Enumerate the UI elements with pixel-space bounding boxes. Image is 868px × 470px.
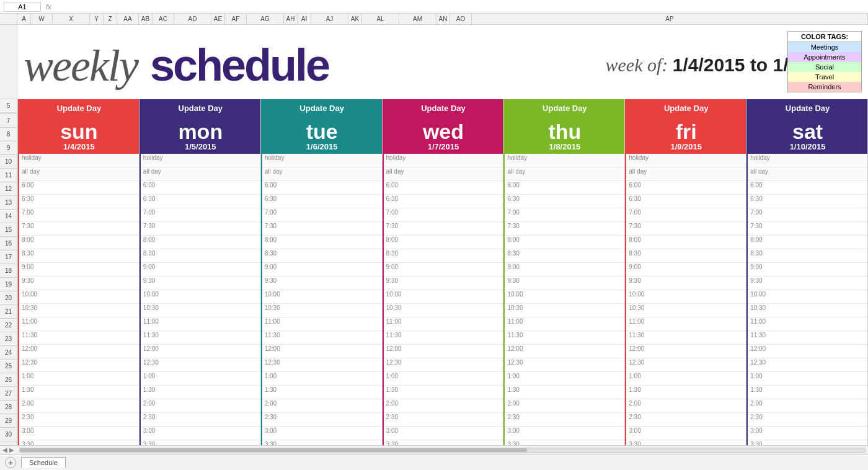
update-day-btn-mon[interactable]: Update Day [141,99,260,117]
name-box[interactable] [4,2,41,12]
time-slot-sat-10-00[interactable]: 10:00 [748,290,867,304]
time-slot-thu-12-30[interactable]: 12:30 [505,358,624,372]
time-slot-tue-10-00[interactable]: 10:00 [262,290,382,304]
update-day-btn-wed[interactable]: Update Day [384,99,503,117]
scrollbar-thumb[interactable] [20,448,527,452]
time-slot-thu-1-30[interactable]: 1:30 [505,386,624,399]
time-slot-tue-1-00[interactable]: 1:00 [262,372,382,386]
time-slot-sun-9-00[interactable]: 9:00 [19,263,139,277]
col-header-AA[interactable]: AA [117,14,139,24]
time-slot-sun-1-30[interactable]: 1:30 [19,386,139,399]
time-slot-sat-10-30[interactable]: 10:30 [748,304,867,317]
time-slot-wed-6-30[interactable]: 6:30 [384,195,503,208]
time-slot-fri-12-30[interactable]: 12:30 [626,358,746,372]
time-slot-fri-all-day[interactable]: all day [626,167,746,181]
time-slot-fri-7-00[interactable]: 7:00 [626,208,746,222]
time-slot-fri-8-00[interactable]: 8:00 [626,236,746,249]
time-slot-thu-12-00[interactable]: 12:00 [505,345,624,358]
time-slot-thu-11-30[interactable]: 11:30 [505,331,624,345]
time-slot-sat-1-00[interactable]: 1:00 [748,372,867,386]
time-slot-sun-8-00[interactable]: 8:00 [19,236,139,249]
time-slot-mon-9-00[interactable]: 9:00 [141,263,260,277]
time-slot-thu-8-30[interactable]: 8:30 [505,249,624,263]
update-day-btn-sun[interactable]: Update Day [19,99,139,117]
time-slot-fri-11-30[interactable]: 11:30 [626,331,746,345]
col-header-AO[interactable]: AO [450,14,472,24]
time-slot-fri-12-00[interactable]: 12:00 [626,345,746,358]
time-slot-thu-6-30[interactable]: 6:30 [505,195,624,208]
time-slot-wed-7-00[interactable]: 7:00 [384,208,503,222]
time-slot-mon-12-00[interactable]: 12:00 [141,345,260,358]
col-header-Z[interactable]: Z [104,14,117,24]
time-slot-sun-all-day[interactable]: all day [19,167,139,181]
time-slot-sat-7-00[interactable]: 7:00 [748,208,867,222]
col-header-AI[interactable]: AI [298,14,311,24]
time-slot-wed-1-00[interactable]: 1:00 [384,372,503,386]
col-header-AL[interactable]: AL [362,14,399,24]
time-slot-sat-holiday[interactable]: holiday [748,154,867,167]
time-slot-sat-2-30[interactable]: 2:30 [748,413,867,427]
time-slot-thu-9-00[interactable]: 9:00 [505,263,624,277]
time-slot-sun-9-30[interactable]: 9:30 [19,277,139,290]
time-slot-sun-12-00[interactable]: 12:00 [19,345,139,358]
time-slot-wed-12-30[interactable]: 12:30 [384,358,503,372]
time-slot-thu-10-30[interactable]: 10:30 [505,304,624,317]
time-slot-mon-6-00[interactable]: 6:00 [141,181,260,195]
time-slot-sat-11-00[interactable]: 11:00 [748,317,867,331]
time-slot-wed-9-00[interactable]: 9:00 [384,263,503,277]
time-slot-tue-2-00[interactable]: 2:00 [262,399,382,413]
add-sheet-button[interactable]: + [5,457,16,468]
time-slot-tue-6-30[interactable]: 6:30 [262,195,382,208]
col-header-AF[interactable]: AF [225,14,247,24]
time-slot-mon-7-00[interactable]: 7:00 [141,208,260,222]
time-slot-thu-3-00[interactable]: 3:00 [505,427,624,440]
time-slot-tue-11-00[interactable]: 11:00 [262,317,382,331]
time-slot-sat-3-30[interactable]: 3:30 [748,440,867,445]
time-slot-mon-3-30[interactable]: 3:30 [141,440,260,445]
time-slot-wed-10-00[interactable]: 10:00 [384,290,503,304]
time-slot-fri-8-30[interactable]: 8:30 [626,249,746,263]
time-slot-sun-2-00[interactable]: 2:00 [19,399,139,413]
time-slot-tue-3-30[interactable]: 3:30 [262,440,382,445]
time-slot-wed-11-00[interactable]: 11:00 [384,317,503,331]
col-header-AG[interactable]: AG [247,14,284,24]
time-slot-mon-10-30[interactable]: 10:30 [141,304,260,317]
time-slot-mon-holiday[interactable]: holiday [141,154,260,167]
time-slot-thu-9-30[interactable]: 9:30 [505,277,624,290]
time-slot-tue-3-00[interactable]: 3:00 [262,427,382,440]
time-slot-tue-all-day[interactable]: all day [262,167,382,181]
time-slot-tue-12-30[interactable]: 12:30 [262,358,382,372]
time-slot-sun-12-30[interactable]: 12:30 [19,358,139,372]
time-slot-fri-holiday[interactable]: holiday [626,154,746,167]
time-slot-tue-7-00[interactable]: 7:00 [262,208,382,222]
time-slot-sat-11-30[interactable]: 11:30 [748,331,867,345]
time-slot-thu-holiday[interactable]: holiday [505,154,624,167]
time-slot-tue-8-30[interactable]: 8:30 [262,249,382,263]
col-header-AP[interactable]: AP [472,14,868,24]
time-slot-wed-2-30[interactable]: 2:30 [384,413,503,427]
time-slot-tue-10-30[interactable]: 10:30 [262,304,382,317]
col-header-AM[interactable]: AM [399,14,436,24]
time-slot-tue-holiday[interactable]: holiday [262,154,382,167]
time-slot-fri-9-00[interactable]: 9:00 [626,263,746,277]
time-slot-sun-10-30[interactable]: 10:30 [19,304,139,317]
time-slot-wed-holiday[interactable]: holiday [384,154,503,167]
time-slot-sat-6-30[interactable]: 6:30 [748,195,867,208]
time-slot-mon-8-00[interactable]: 8:00 [141,236,260,249]
time-slot-sun-1-00[interactable]: 1:00 [19,372,139,386]
time-slot-tue-9-00[interactable]: 9:00 [262,263,382,277]
time-slot-mon-10-00[interactable]: 10:00 [141,290,260,304]
col-header-A[interactable]: A [17,14,31,24]
time-slot-fri-10-00[interactable]: 10:00 [626,290,746,304]
time-slot-sun-6-30[interactable]: 6:30 [19,195,139,208]
time-slot-sun-6-00[interactable]: 6:00 [19,181,139,195]
time-slot-sun-3-00[interactable]: 3:00 [19,427,139,440]
time-slot-tue-1-30[interactable]: 1:30 [262,386,382,399]
time-slot-fri-11-00[interactable]: 11:00 [626,317,746,331]
time-slot-sun-8-30[interactable]: 8:30 [19,249,139,263]
time-slot-fri-3-30[interactable]: 3:30 [626,440,746,445]
time-slot-tue-8-00[interactable]: 8:00 [262,236,382,249]
time-slot-sat-6-00[interactable]: 6:00 [748,181,867,195]
time-slot-thu-all-day[interactable]: all day [505,167,624,181]
time-slot-mon-7-30[interactable]: 7:30 [141,222,260,236]
